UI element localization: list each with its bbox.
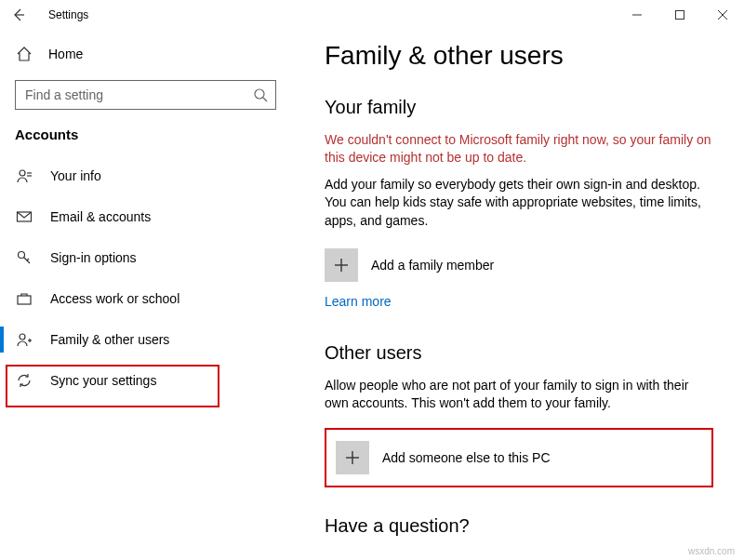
home-icon: [15, 46, 33, 62]
nav-label: Sign-in options: [50, 250, 137, 265]
nav-item-sync-settings[interactable]: Sync your settings: [0, 360, 302, 401]
key-icon: [15, 249, 33, 266]
sync-icon: [15, 372, 33, 389]
minimize-button[interactable]: [616, 0, 658, 30]
family-error-text: We couldn't connect to Microsoft family …: [325, 131, 714, 167]
plus-icon: [344, 449, 361, 466]
search-box[interactable]: [15, 80, 276, 110]
people-add-icon: [15, 331, 33, 348]
nav-item-access-work-school[interactable]: Access work or school: [0, 278, 302, 319]
close-icon: [718, 10, 727, 20]
nav-label: Access work or school: [50, 291, 179, 306]
svg-rect-2: [676, 11, 684, 20]
nav-list: Your info Email & accounts Sign-in optio…: [0, 155, 302, 401]
back-arrow-icon: [11, 7, 26, 22]
close-button[interactable]: [701, 0, 744, 30]
add-family-label: Add a family member: [371, 258, 494, 273]
nav-label: Family & other users: [50, 332, 169, 347]
svg-line-13: [27, 259, 29, 260]
family-heading: Your family: [325, 97, 714, 118]
home-label: Home: [48, 47, 83, 61]
add-other-label: Add someone else to this PC: [382, 450, 551, 465]
nav-item-signin-options[interactable]: Sign-in options: [0, 237, 302, 278]
minimize-icon: [632, 10, 642, 20]
add-family-member-row[interactable]: Add a family member: [325, 246, 714, 285]
app-title: Settings: [48, 8, 88, 21]
svg-rect-14: [18, 296, 31, 304]
section-label: Accounts: [15, 127, 276, 142]
other-body-text: Allow people who are not part of your fa…: [325, 377, 714, 413]
watermark: wsxdn.com: [688, 546, 735, 556]
nav-item-your-info[interactable]: Your info: [0, 155, 302, 196]
nav-item-email-accounts[interactable]: Email & accounts: [0, 196, 302, 237]
search-input[interactable]: [23, 87, 253, 103]
briefcase-icon: [15, 290, 33, 307]
family-body-text: Add your family so everybody gets their …: [325, 176, 714, 231]
question-heading: Have a question?: [325, 515, 714, 537]
page-title: Family & other users: [325, 41, 714, 71]
maximize-icon: [675, 10, 684, 20]
add-family-plus-button[interactable]: [325, 248, 358, 282]
nav-label: Sync your settings: [50, 373, 156, 388]
nav-item-family-other-users[interactable]: Family & other users: [0, 319, 302, 360]
sidebar: Home Accounts Your info Ema: [0, 30, 302, 560]
plus-icon: [333, 257, 350, 273]
nav-label: Email & accounts: [50, 209, 151, 224]
svg-point-11: [19, 252, 25, 259]
svg-point-5: [255, 89, 264, 99]
add-other-user-row[interactable]: Add someone else to this PC: [325, 428, 713, 487]
window-controls: [616, 0, 744, 30]
learn-more-link[interactable]: Learn more: [325, 294, 714, 309]
home-nav[interactable]: Home: [15, 35, 276, 73]
back-button[interactable]: [11, 7, 41, 22]
add-other-plus-button[interactable]: [336, 441, 369, 474]
svg-point-15: [20, 334, 25, 340]
main-panel: Family & other users Your family We coul…: [302, 30, 744, 560]
search-icon: [253, 87, 268, 102]
svg-point-7: [20, 170, 25, 176]
mail-icon: [15, 208, 33, 225]
svg-line-6: [263, 98, 267, 101]
maximize-button[interactable]: [658, 0, 701, 30]
other-users-heading: Other users: [325, 342, 714, 364]
person-icon: [15, 167, 33, 184]
nav-label: Your info: [50, 168, 101, 183]
